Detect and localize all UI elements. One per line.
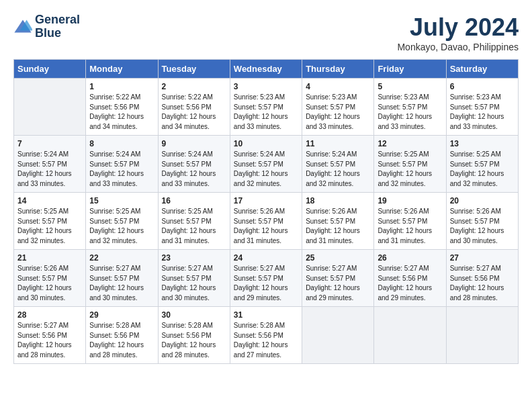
col-header-thursday: Thursday	[302, 60, 374, 79]
day-number: 5	[378, 82, 442, 91]
title-block: July 2024 Monkayo, Davao, Philippines	[397, 13, 519, 52]
day-number: 29	[89, 310, 154, 320]
calendar-cell: 14Sunrise: 5:25 AMSunset: 5:57 PMDayligh…	[14, 193, 86, 250]
calendar-cell: 9Sunrise: 5:24 AMSunset: 5:57 PMDaylight…	[158, 136, 230, 193]
day-number: 16	[162, 196, 226, 205]
cell-info: Sunrise: 5:22 AMSunset: 5:56 PMDaylight:…	[89, 93, 154, 132]
day-number: 27	[450, 253, 515, 263]
cell-info: Sunrise: 5:24 AMSunset: 5:57 PMDaylight:…	[162, 150, 226, 189]
cell-info: Sunrise: 5:24 AMSunset: 5:57 PMDaylight:…	[89, 150, 154, 189]
cell-info: Sunrise: 5:27 AMSunset: 5:57 PMDaylight:…	[306, 264, 370, 303]
calendar-cell: 22Sunrise: 5:27 AMSunset: 5:57 PMDayligh…	[86, 250, 158, 307]
calendar-cell: 20Sunrise: 5:26 AMSunset: 5:57 PMDayligh…	[446, 193, 518, 250]
week-row-5: 28Sunrise: 5:27 AMSunset: 5:56 PMDayligh…	[14, 307, 519, 364]
day-number: 4	[306, 82, 370, 91]
cell-info: Sunrise: 5:24 AMSunset: 5:57 PMDaylight:…	[17, 150, 82, 189]
col-header-monday: Monday	[86, 60, 158, 79]
day-number: 6	[450, 82, 515, 91]
calendar-cell: 31Sunrise: 5:28 AMSunset: 5:56 PMDayligh…	[230, 307, 302, 364]
calendar-cell	[302, 307, 374, 364]
cell-info: Sunrise: 5:26 AMSunset: 5:57 PMDaylight:…	[17, 264, 82, 303]
calendar-cell: 17Sunrise: 5:26 AMSunset: 5:57 PMDayligh…	[230, 193, 302, 250]
day-number: 30	[162, 310, 226, 320]
cell-info: Sunrise: 5:23 AMSunset: 5:57 PMDaylight:…	[306, 93, 370, 132]
day-number: 18	[306, 196, 370, 205]
cell-info: Sunrise: 5:25 AMSunset: 5:57 PMDaylight:…	[162, 207, 226, 246]
day-number: 19	[378, 196, 442, 205]
day-number: 15	[89, 196, 154, 205]
cell-info: Sunrise: 5:26 AMSunset: 5:57 PMDaylight:…	[450, 207, 515, 246]
week-row-4: 21Sunrise: 5:26 AMSunset: 5:57 PMDayligh…	[14, 250, 519, 307]
cell-info: Sunrise: 5:24 AMSunset: 5:57 PMDaylight:…	[234, 150, 298, 189]
day-number: 21	[17, 253, 82, 263]
calendar-cell: 11Sunrise: 5:24 AMSunset: 5:57 PMDayligh…	[302, 136, 374, 193]
location: Monkayo, Davao, Philippines	[397, 42, 519, 52]
calendar-cell	[14, 79, 86, 136]
day-number: 22	[89, 253, 154, 263]
day-number: 2	[162, 82, 226, 91]
cell-info: Sunrise: 5:22 AMSunset: 5:56 PMDaylight:…	[162, 93, 226, 132]
cell-info: Sunrise: 5:26 AMSunset: 5:57 PMDaylight:…	[306, 207, 370, 246]
day-number: 14	[17, 196, 82, 205]
week-row-1: 1Sunrise: 5:22 AMSunset: 5:56 PMDaylight…	[14, 79, 519, 136]
cell-info: Sunrise: 5:27 AMSunset: 5:56 PMDaylight:…	[450, 264, 515, 303]
cell-info: Sunrise: 5:26 AMSunset: 5:57 PMDaylight:…	[234, 207, 298, 246]
cell-info: Sunrise: 5:23 AMSunset: 5:57 PMDaylight:…	[378, 93, 442, 132]
cell-info: Sunrise: 5:27 AMSunset: 5:57 PMDaylight:…	[162, 264, 226, 303]
day-number: 7	[17, 139, 82, 148]
calendar-table: SundayMondayTuesdayWednesdayThursdayFrid…	[13, 59, 519, 364]
page-header: General Blue July 2024 Monkayo, Davao, P…	[13, 13, 519, 52]
day-number: 10	[234, 139, 298, 148]
cell-info: Sunrise: 5:25 AMSunset: 5:57 PMDaylight:…	[89, 207, 154, 246]
day-number: 13	[450, 139, 515, 148]
cell-info: Sunrise: 5:28 AMSunset: 5:56 PMDaylight:…	[234, 321, 298, 360]
day-number: 26	[378, 253, 442, 263]
calendar-cell: 29Sunrise: 5:28 AMSunset: 5:56 PMDayligh…	[86, 307, 158, 364]
cell-info: Sunrise: 5:25 AMSunset: 5:57 PMDaylight:…	[17, 207, 82, 246]
col-header-sunday: Sunday	[14, 60, 86, 79]
calendar-cell: 25Sunrise: 5:27 AMSunset: 5:57 PMDayligh…	[302, 250, 374, 307]
calendar-cell: 8Sunrise: 5:24 AMSunset: 5:57 PMDaylight…	[86, 136, 158, 193]
calendar-cell: 13Sunrise: 5:25 AMSunset: 5:57 PMDayligh…	[446, 136, 518, 193]
day-number: 25	[306, 253, 370, 263]
day-number: 28	[17, 310, 82, 320]
month-year: July 2024	[397, 13, 519, 42]
cell-info: Sunrise: 5:27 AMSunset: 5:56 PMDaylight:…	[378, 264, 442, 303]
calendar-cell: 1Sunrise: 5:22 AMSunset: 5:56 PMDaylight…	[86, 79, 158, 136]
cell-info: Sunrise: 5:27 AMSunset: 5:57 PMDaylight:…	[89, 264, 154, 303]
day-number: 24	[234, 253, 298, 263]
cell-info: Sunrise: 5:23 AMSunset: 5:57 PMDaylight:…	[234, 93, 298, 132]
calendar-cell: 19Sunrise: 5:26 AMSunset: 5:57 PMDayligh…	[374, 193, 446, 250]
col-header-friday: Friday	[374, 60, 446, 79]
calendar-cell: 10Sunrise: 5:24 AMSunset: 5:57 PMDayligh…	[230, 136, 302, 193]
calendar-cell: 4Sunrise: 5:23 AMSunset: 5:57 PMDaylight…	[302, 79, 374, 136]
calendar-cell: 5Sunrise: 5:23 AMSunset: 5:57 PMDaylight…	[374, 79, 446, 136]
calendar-cell: 30Sunrise: 5:28 AMSunset: 5:56 PMDayligh…	[158, 307, 230, 364]
header-row: SundayMondayTuesdayWednesdayThursdayFrid…	[14, 60, 519, 79]
day-number: 1	[89, 82, 154, 91]
calendar-cell: 23Sunrise: 5:27 AMSunset: 5:57 PMDayligh…	[158, 250, 230, 307]
calendar-cell: 28Sunrise: 5:27 AMSunset: 5:56 PMDayligh…	[14, 307, 86, 364]
day-number: 11	[306, 139, 370, 148]
calendar-cell: 3Sunrise: 5:23 AMSunset: 5:57 PMDaylight…	[230, 79, 302, 136]
cell-info: Sunrise: 5:27 AMSunset: 5:56 PMDaylight:…	[17, 321, 82, 360]
cell-info: Sunrise: 5:28 AMSunset: 5:56 PMDaylight:…	[89, 321, 154, 360]
day-number: 23	[162, 253, 226, 263]
calendar-cell: 21Sunrise: 5:26 AMSunset: 5:57 PMDayligh…	[14, 250, 86, 307]
day-number: 17	[234, 196, 298, 205]
calendar-cell: 26Sunrise: 5:27 AMSunset: 5:56 PMDayligh…	[374, 250, 446, 307]
calendar-cell: 18Sunrise: 5:26 AMSunset: 5:57 PMDayligh…	[302, 193, 374, 250]
day-number: 3	[234, 82, 298, 91]
calendar-cell: 27Sunrise: 5:27 AMSunset: 5:56 PMDayligh…	[446, 250, 518, 307]
day-number: 12	[378, 139, 442, 148]
week-row-2: 7Sunrise: 5:24 AMSunset: 5:57 PMDaylight…	[14, 136, 519, 193]
day-number: 31	[234, 310, 298, 320]
calendar-cell: 2Sunrise: 5:22 AMSunset: 5:56 PMDaylight…	[158, 79, 230, 136]
calendar-cell: 16Sunrise: 5:25 AMSunset: 5:57 PMDayligh…	[158, 193, 230, 250]
logo: General Blue	[13, 13, 80, 40]
col-header-wednesday: Wednesday	[230, 60, 302, 79]
calendar-cell	[374, 307, 446, 364]
logo-icon	[13, 17, 32, 36]
calendar-cell: 15Sunrise: 5:25 AMSunset: 5:57 PMDayligh…	[86, 193, 158, 250]
calendar-cell: 6Sunrise: 5:23 AMSunset: 5:57 PMDaylight…	[446, 79, 518, 136]
